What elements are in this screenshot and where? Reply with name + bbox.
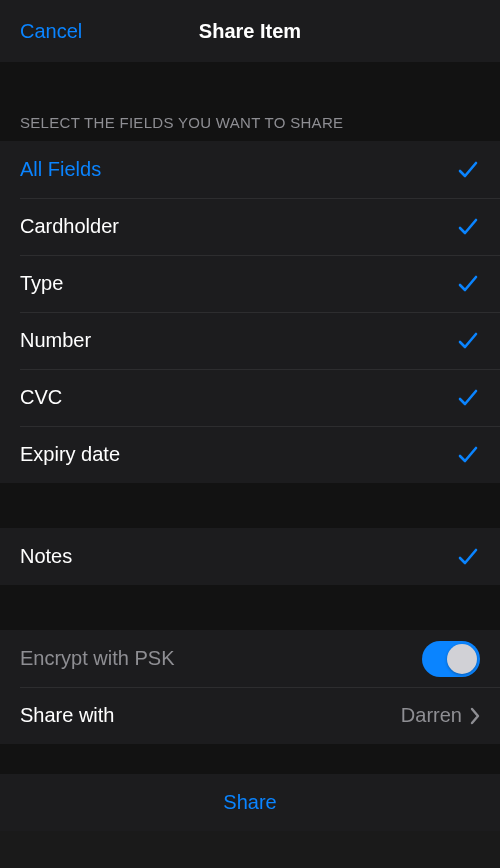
row-label: Number (20, 329, 91, 352)
spacer (0, 483, 500, 528)
row-label: CVC (20, 386, 62, 409)
notes-list: Notes (0, 528, 500, 585)
row-value-wrap: Darren (401, 704, 480, 727)
check-icon (456, 158, 480, 182)
encrypt-toggle[interactable] (422, 641, 480, 677)
row-cvc[interactable]: CVC (0, 369, 500, 426)
row-type[interactable]: Type (0, 255, 500, 312)
fields-list: All Fields Cardholder Type Number CVC (0, 141, 500, 483)
section-header-fields: SELECT THE FIELDS YOU WANT TO SHARE (0, 96, 500, 141)
spacer (0, 62, 500, 96)
check-icon (456, 545, 480, 569)
row-number[interactable]: Number (0, 312, 500, 369)
chevron-right-icon (470, 707, 480, 725)
share-item-sheet: Cancel Share Item SELECT THE FIELDS YOU … (0, 0, 500, 868)
page-title: Share Item (199, 20, 301, 43)
check-icon (456, 272, 480, 296)
toggle-knob (447, 644, 477, 674)
row-label: All Fields (20, 158, 101, 181)
row-share-with[interactable]: Share with Darren (0, 687, 500, 744)
row-all-fields[interactable]: All Fields (0, 141, 500, 198)
row-label: Share with (20, 704, 115, 727)
check-icon (456, 386, 480, 410)
row-label: Cardholder (20, 215, 119, 238)
row-notes[interactable]: Notes (0, 528, 500, 585)
check-icon (456, 443, 480, 467)
spacer (0, 744, 500, 774)
share-button-row[interactable]: Share (0, 774, 500, 831)
spacer (0, 585, 500, 630)
row-cardholder[interactable]: Cardholder (0, 198, 500, 255)
row-label: Encrypt with PSK (20, 647, 175, 670)
check-icon (456, 215, 480, 239)
row-encrypt-psk: Encrypt with PSK (0, 630, 500, 687)
options-list: Encrypt with PSK Share with Darren (0, 630, 500, 744)
cancel-button[interactable]: Cancel (20, 20, 82, 43)
row-label: Expiry date (20, 443, 120, 466)
row-label: Notes (20, 545, 72, 568)
share-button[interactable]: Share (0, 774, 500, 831)
check-icon (456, 329, 480, 353)
navbar: Cancel Share Item (0, 0, 500, 62)
row-expiry-date[interactable]: Expiry date (0, 426, 500, 483)
row-label: Type (20, 272, 63, 295)
share-with-value: Darren (401, 704, 462, 727)
